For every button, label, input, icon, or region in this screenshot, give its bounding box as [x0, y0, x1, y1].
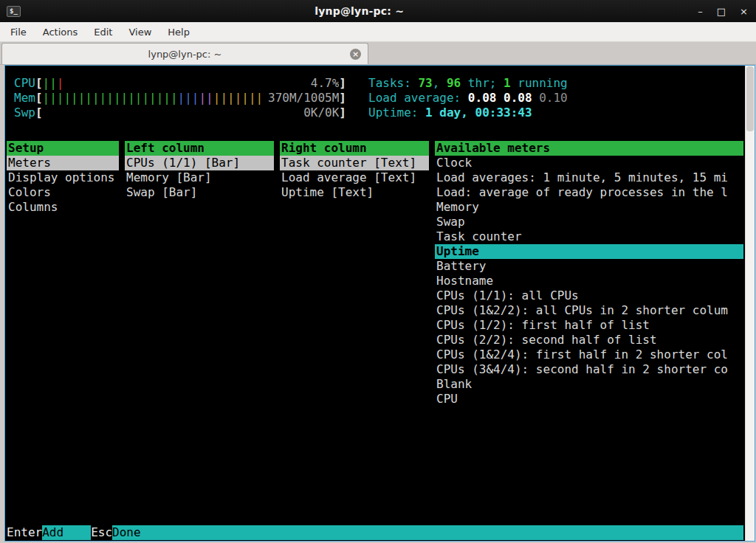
panel-item-uptime[interactable]: Uptime	[435, 244, 743, 259]
close-button[interactable]: ×	[740, 7, 748, 16]
terminal-icon: $_	[7, 6, 21, 17]
function-bar: EnterAddEscDone	[7, 525, 743, 540]
setup-panel-available-meters: Available metersClockLoad averages: 1 mi…	[435, 141, 743, 407]
scrollbar-thumb[interactable]	[746, 66, 754, 131]
tab-title: lynp@lyn-pc: ~	[148, 49, 222, 60]
spacer	[7, 120, 743, 141]
fn-label-add[interactable]: Add	[42, 525, 91, 540]
panel-item-cpu[interactable]: CPU	[435, 392, 743, 407]
panel-header-setup: Setup	[7, 141, 119, 156]
meter-bracket-open: [	[35, 91, 43, 106]
setup-panel-right-column: Right columnTask counter [Text]Load aver…	[280, 141, 429, 200]
panel-item-cpus-3-4-4-second-half-in-2-sh[interactable]: CPUs (3&4/4): second half in 2 shorter c…	[435, 362, 743, 377]
panel-item-hostname[interactable]: Hostname	[435, 274, 743, 288]
header-row-mem: Mem[|||||||||||||||||||||||||||||||370M/…	[14, 91, 743, 106]
meter-body: |||||||||||||||||||||||||||||||370M/1005…	[43, 91, 340, 106]
meter-value: 370M/1005M	[268, 91, 339, 106]
meter-bracket-close: ]	[339, 106, 346, 120]
mem-meter: Mem[|||||||||||||||||||||||||||||||370M/…	[14, 91, 346, 106]
stat-value: 96	[447, 76, 461, 90]
panel-item-cpus-1-2-2-all-cpus-in-2-short[interactable]: CPUs (1&2/2): all CPUs in 2 shorter colu…	[435, 303, 743, 318]
titlebar: $_ lynp@lyn-pc: ~ – □ ×	[0, 0, 756, 22]
stat-value: 0.08	[468, 91, 504, 105]
panel-header-right-column: Right column	[280, 141, 429, 156]
meter-bars: |||||||||||||||||||||||||||||||	[43, 91, 268, 106]
fn-key-enter[interactable]: Enter	[7, 525, 42, 540]
panel-item-memory[interactable]: Memory	[435, 200, 743, 215]
panel-item-colors[interactable]: Colors	[7, 185, 119, 200]
stat-value: 1 day, 00:33:43	[425, 106, 532, 120]
panel-item-display-options[interactable]: Display options	[7, 170, 119, 185]
terminal-window: $_ lynp@lyn-pc: ~ – □ × FileActionsEditV…	[0, 0, 756, 543]
panel-item-cpus-1-1-bar[interactable]: CPUs (1/1) [Bar]	[125, 156, 274, 170]
stat-value: 1	[504, 76, 511, 90]
panel-item-swap[interactable]: Swap	[435, 215, 743, 229]
menu-item-file[interactable]: File	[3, 24, 34, 40]
panel-item-load-averages-1-minute-5-minut[interactable]: Load averages: 1 minute, 5 minutes, 15 m…	[435, 170, 743, 185]
panel-item-clock[interactable]: Clock	[435, 156, 743, 170]
fn-key-esc[interactable]: Esc	[91, 525, 112, 540]
panel-item-blank[interactable]: Blank	[435, 377, 743, 392]
stat-value: 0.10	[539, 91, 568, 105]
panel-item-task-counter[interactable]: Task counter	[435, 229, 743, 244]
meter-bar-segment: |||||||	[213, 91, 263, 105]
panel-item-battery[interactable]: Battery	[435, 259, 743, 274]
stat-value: thr;	[461, 76, 504, 90]
panel-item-cpus-1-2-4-first-half-in-2-sho[interactable]: CPUs (1&2/4): first half in 2 shorter co…	[435, 347, 743, 362]
stat-label: Uptime:	[368, 106, 425, 120]
menu-item-view[interactable]: View	[121, 24, 159, 40]
menu-item-actions[interactable]: Actions	[35, 24, 86, 40]
stat-value: 73	[418, 76, 432, 90]
setup-panel-setup: SetupMetersDisplay optionsColorsColumns	[7, 141, 119, 215]
uptime-stat: Uptime: 1 day, 00:33:43	[368, 106, 532, 120]
setup-panels: SetupMetersDisplay optionsColorsColumnsL…	[7, 141, 743, 407]
setup-panel-left-column: Left columnCPUs (1/1) [Bar]Memory [Bar]S…	[125, 141, 274, 200]
meter-bar-segment: |||||||||||||||||||	[43, 91, 178, 105]
stat-value: 0.08	[504, 91, 539, 105]
fn-label-done[interactable]: Done	[112, 525, 743, 540]
stat-label: Tasks:	[368, 76, 418, 90]
maximize-button[interactable]: □	[717, 7, 726, 16]
window-controls: – □ ×	[698, 7, 749, 16]
meter-body: 0K/0K	[43, 106, 340, 120]
terminal-tab[interactable]: lynp@lyn-pc: ~ ×	[1, 43, 368, 64]
header-row-swp: Swp[0K/0K] Uptime: 1 day, 00:33:43	[14, 106, 743, 120]
meter-bar-segment: |	[57, 76, 64, 90]
panel-item-load-average-text[interactable]: Load average [Text]	[280, 170, 429, 185]
panel-item-cpus-1-1-all-cpus[interactable]: CPUs (1/1): all CPUs	[435, 288, 743, 303]
panel-header-left-column: Left column	[125, 141, 274, 156]
meter-bracket-open: [	[35, 106, 43, 120]
window-title: lynp@lyn-pc: ~	[21, 5, 698, 17]
close-icon[interactable]: ×	[350, 49, 361, 60]
panel-item-swap-bar[interactable]: Swap [Bar]	[125, 185, 274, 200]
stat-value: ,	[433, 76, 447, 90]
panel-item-memory-bar[interactable]: Memory [Bar]	[125, 170, 274, 185]
meter-bar-segment: ||	[43, 76, 57, 90]
menu-item-edit[interactable]: Edit	[86, 24, 120, 40]
terminal-area: CPU[|||4.7%] Tasks: 73, 96 thr; 1 runnin…	[0, 65, 756, 543]
panel-item-meters[interactable]: Meters	[7, 156, 119, 170]
panel-item-task-counter-text[interactable]: Task counter [Text]	[280, 156, 429, 170]
header-row-cpu: CPU[|||4.7%] Tasks: 73, 96 thr; 1 runnin…	[14, 76, 743, 91]
stat-value: running	[511, 76, 568, 90]
tasks-stat: Tasks: 73, 96 thr; 1 running	[368, 76, 568, 91]
meter-label: Swp	[14, 106, 35, 120]
meter-bar-segment: |||	[178, 91, 199, 105]
meter-label: CPU	[14, 76, 35, 91]
minimize-button[interactable]: –	[698, 7, 703, 16]
menu-item-help[interactable]: Help	[160, 24, 197, 40]
panel-item-load-average-of-ready-processe[interactable]: Load: average of ready processes in the …	[435, 185, 743, 200]
terminal-scrollbar[interactable]	[745, 66, 755, 541]
panel-item-cpus-1-2-first-half-of-list[interactable]: CPUs (1/2): first half of list	[435, 318, 743, 333]
meter-bracket-open: [	[35, 76, 43, 91]
cpu-meter: CPU[|||4.7%]	[14, 76, 346, 91]
meter-bar-segment: ||	[199, 91, 213, 105]
panel-item-cpus-2-2-second-half-of-list[interactable]: CPUs (2/2): second half of list	[435, 333, 743, 347]
meter-bracket-close: ]	[339, 76, 346, 91]
panel-item-uptime-text[interactable]: Uptime [Text]	[280, 185, 429, 200]
meter-bars: |||	[43, 76, 311, 91]
panel-item-columns[interactable]: Columns	[7, 200, 119, 215]
tabbar: lynp@lyn-pc: ~ ×	[0, 42, 756, 65]
panel-header-available-meters: Available meters	[435, 141, 743, 156]
meter-body: |||4.7%	[43, 76, 340, 91]
